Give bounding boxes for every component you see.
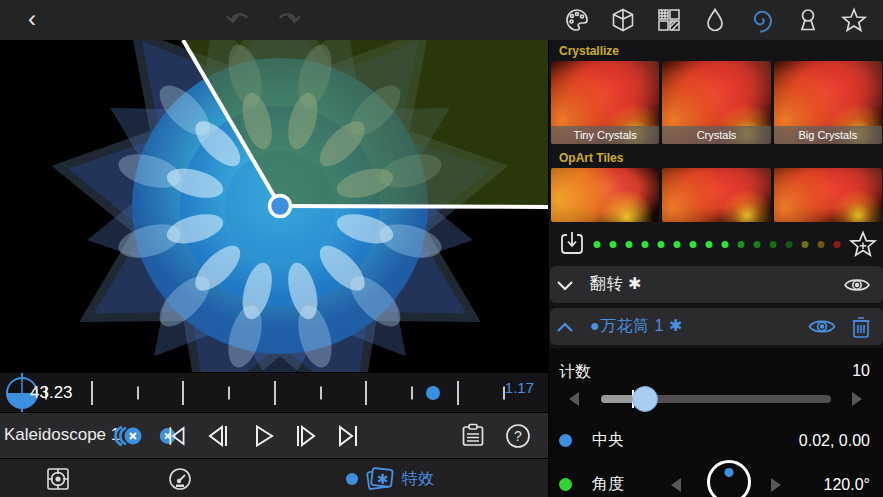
timeline-tick (411, 386, 413, 399)
timeline-end-time: 1.17 (505, 379, 534, 396)
preset-big-crystals[interactable]: Big Crystals (774, 61, 882, 144)
help-button[interactable]: ? (503, 422, 533, 450)
tab-speed[interactable] (166, 464, 194, 494)
angle-increment-arrow[interactable] (771, 478, 781, 492)
svg-text:✱: ✱ (377, 471, 389, 487)
preset-crystals[interactable]: Crystals (662, 61, 770, 144)
timeline-tick (274, 381, 276, 405)
download-presets-button[interactable] (557, 229, 587, 259)
center-label: 中央 (592, 430, 624, 451)
pager-dots[interactable] (593, 241, 840, 248)
pager-dot[interactable] (817, 241, 824, 248)
bottom-tab-bar: ✱ 特效 (0, 458, 548, 497)
center-keyframe-dot[interactable] (559, 434, 572, 447)
center-control-point[interactable] (270, 196, 291, 217)
chevron-down-icon[interactable] (550, 279, 580, 291)
effect-category-tabs (548, 0, 883, 40)
preset-opart-2[interactable] (662, 168, 770, 222)
pager-dot[interactable] (801, 241, 808, 248)
pager-dot[interactable] (833, 241, 840, 248)
angle-dial-indicator (725, 468, 734, 477)
spiral-icon[interactable] (747, 5, 777, 35)
droplet-icon[interactable] (700, 5, 730, 35)
count-label: 计数 (559, 362, 591, 383)
layer-name: ●万花筒 1 ✱ (590, 316, 683, 337)
effect-timeline[interactable]: 43.23 1.17 (0, 372, 548, 412)
preset-opart-3[interactable] (774, 168, 882, 222)
timeline-tick (320, 386, 322, 399)
timeline-tick (457, 381, 459, 405)
clipboard-button[interactable] (458, 422, 488, 450)
effects-keyframe-dot (346, 473, 358, 485)
angle-dial[interactable] (707, 460, 751, 497)
palette-icon[interactable] (562, 5, 592, 35)
keyframe-marker[interactable] (426, 386, 440, 400)
preset-section-title: OpArt Tiles (559, 151, 623, 165)
pager-dot[interactable] (753, 241, 760, 248)
pager-dot[interactable] (769, 241, 776, 248)
count-slider-row (549, 384, 883, 414)
center-value: 0.02, 0.00 (799, 432, 870, 450)
clip-name: Kaleidoscope 1 (4, 425, 120, 445)
count-slider-thumb[interactable] (632, 386, 658, 412)
step-forward-button[interactable] (291, 422, 321, 450)
pager-dot[interactable] (641, 241, 648, 248)
pager-dot[interactable] (673, 241, 680, 248)
pager-dot[interactable] (705, 241, 712, 248)
angle-label: 角度 (592, 474, 624, 495)
visibility-eye-icon[interactable] (843, 275, 871, 295)
pager-dot[interactable] (609, 241, 616, 248)
app-window: ‹ (0, 0, 883, 497)
preset-section-title: Crystallize (559, 44, 619, 58)
parameters-section: 计数 10 中央 0.02, 0.00 角度 120.0° (549, 348, 883, 497)
tiles-icon[interactable] (654, 5, 684, 35)
pager-dot[interactable] (625, 241, 632, 248)
pager-dot[interactable] (721, 241, 728, 248)
step-back-button[interactable] (203, 422, 233, 450)
layer-row-flip[interactable]: 翻转 ✱ (550, 266, 883, 303)
clear-keyframes-button[interactable] (114, 422, 144, 450)
timeline-tick (365, 381, 367, 405)
pager-dot[interactable] (657, 241, 664, 248)
count-slider-track[interactable] (601, 395, 831, 403)
count-increment-arrow[interactable] (852, 392, 862, 406)
preset-tiny-crystals[interactable]: Tiny Crystals (551, 61, 659, 144)
redo-button[interactable] (272, 7, 302, 33)
count-value: 10 (852, 362, 870, 383)
video-preview (0, 40, 548, 372)
layer-name: 翻转 ✱ (590, 274, 642, 295)
pager-dot[interactable] (689, 241, 696, 248)
angle-decrement-arrow[interactable] (671, 478, 681, 492)
previous-keyframe-button[interactable] (158, 422, 188, 450)
back-button[interactable]: ‹ (18, 6, 46, 34)
timeline-tick (228, 386, 230, 399)
keyhole-icon[interactable] (793, 5, 823, 35)
count-decrement-arrow[interactable] (569, 392, 579, 406)
undo-button[interactable] (225, 7, 255, 33)
3d-cube-icon[interactable] (608, 5, 638, 35)
add-favorite-button[interactable] (848, 229, 878, 259)
pager-dot[interactable] (785, 241, 792, 248)
effects-tab-label: 特效 (402, 469, 434, 490)
preset-pager (549, 225, 883, 263)
next-keyframe-button[interactable] (334, 422, 364, 450)
tab-frame-position[interactable] (44, 464, 72, 494)
visibility-eye-icon[interactable] (807, 316, 837, 337)
angle-handle-line-right[interactable] (280, 206, 548, 207)
star-icon[interactable] (839, 5, 869, 35)
angle-keyframe-dot[interactable] (559, 478, 572, 491)
transport-bar: Kaleidoscope 1 (0, 412, 548, 458)
preset-opart-1[interactable] (551, 168, 659, 222)
preset-row-opart (551, 168, 882, 222)
top-toolbar: ‹ (0, 0, 883, 40)
pager-dot[interactable] (593, 241, 600, 248)
tab-effects[interactable]: ✱ 特效 (346, 464, 434, 494)
layer-row-kaleidoscope[interactable]: ●万花筒 1 ✱ (550, 308, 883, 345)
pager-dot[interactable] (737, 241, 744, 248)
timeline-tick (137, 386, 139, 399)
chevron-up-icon[interactable] (550, 321, 580, 333)
effects-panel: Crystallize Tiny Crystals Crystals Big C… (548, 40, 883, 497)
play-button[interactable] (248, 422, 278, 450)
svg-text:?: ? (514, 428, 522, 444)
delete-trash-icon[interactable] (851, 315, 871, 339)
